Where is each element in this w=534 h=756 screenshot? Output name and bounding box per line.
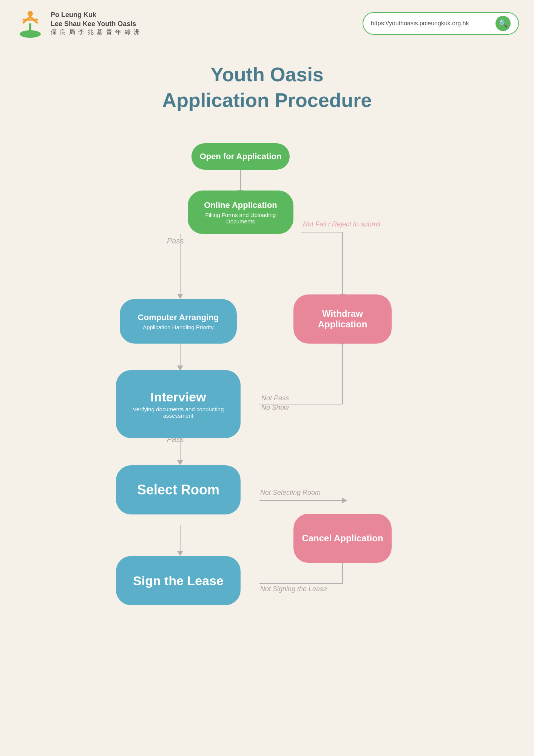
org-name-zh: 保 良 局 李 兆 基 青 年 綠 洲	[51, 28, 140, 36]
flowchart: Pass Not Fail / Reject to submit Not Pas…	[97, 132, 437, 744]
withdraw-application-label: Withdraw Application	[297, 308, 388, 330]
online-application-node: Online Application Filling Forms and Upl…	[188, 191, 293, 234]
page-title: Youth Oasis Application Procedure	[0, 62, 534, 113]
computer-arranging-sub: Application Handling Priority	[143, 324, 214, 330]
svg-text:Not Selecting Room: Not Selecting Room	[260, 489, 321, 496]
svg-marker-10	[177, 294, 183, 299]
online-application-sub: Filling Forms and Uploading Documents	[191, 212, 290, 225]
svg-text:Pass: Pass	[167, 237, 184, 245]
svg-marker-26	[342, 497, 347, 503]
svg-text:Not Fail / Reject to submit: Not Fail / Reject to submit	[303, 220, 381, 228]
url-display: https://youthoasis.poleungkuk.org.hk	[371, 20, 492, 27]
title-line2: Application Procedure	[162, 89, 372, 111]
select-room-label: Select Room	[137, 482, 219, 498]
search-button[interactable]: 🔍	[495, 16, 511, 31]
open-for-application-node: Open for Application	[191, 143, 290, 170]
interview-sub: Verifying documents and conducting asses…	[120, 406, 236, 419]
logo-icon	[15, 8, 45, 39]
search-bar[interactable]: https://youthoasis.poleungkuk.org.hk 🔍	[363, 12, 519, 35]
cancel-application-node: Cancel Application	[293, 514, 392, 563]
svg-text:Not Signing the Lease: Not Signing the Lease	[260, 585, 327, 593]
svg-text:Not Pass: Not Pass	[261, 394, 289, 402]
interview-title: Interview	[150, 390, 206, 404]
svg-text:No Show: No Show	[261, 404, 289, 411]
open-for-application-label: Open for Application	[200, 152, 282, 161]
title-line1: Youth Oasis	[210, 64, 324, 85]
sign-the-lease-label: Sign the Lease	[133, 573, 224, 588]
select-room-node: Select Room	[116, 465, 241, 514]
computer-arranging-node: Computer Arranging Application Handling …	[120, 299, 237, 344]
svg-point-2	[28, 11, 33, 16]
sign-the-lease-node: Sign the Lease	[116, 556, 241, 605]
org-name: Po Leung Kuk Lee Shau Kee Youth Oasis 保 …	[51, 11, 140, 36]
header: Po Leung Kuk Lee Shau Kee Youth Oasis 保 …	[0, 0, 534, 47]
svg-marker-29	[177, 551, 183, 556]
org-name-line2: Lee Shau Kee Youth Oasis	[51, 20, 140, 28]
logo-area: Po Leung Kuk Lee Shau Kee Youth Oasis 保 …	[15, 8, 140, 39]
computer-arranging-title: Computer Arranging	[138, 313, 219, 322]
withdraw-application-node: Withdraw Application	[293, 294, 392, 344]
svg-marker-24	[177, 460, 183, 465]
cancel-application-label: Cancel Application	[302, 533, 383, 544]
interview-node: Interview Verifying documents and conduc…	[116, 370, 241, 438]
svg-rect-1	[29, 23, 31, 33]
online-application-title: Online Application	[204, 200, 277, 210]
org-name-line1: Po Leung Kuk	[51, 11, 140, 19]
